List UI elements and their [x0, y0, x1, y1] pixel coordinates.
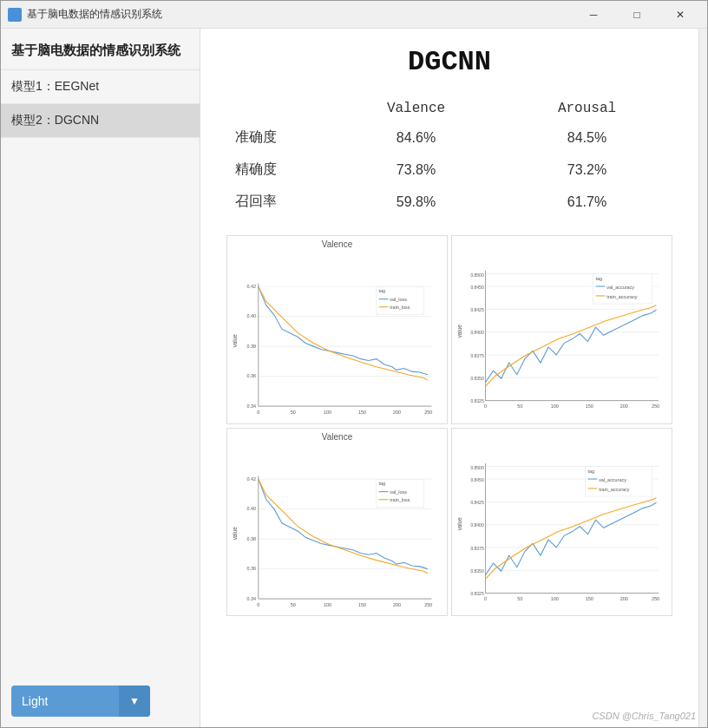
svg-text:val_accuracy: val_accuracy	[606, 285, 634, 290]
svg-text:200: 200	[620, 595, 628, 600]
maximize-button[interactable]: □	[617, 3, 657, 27]
minimize-button[interactable]: ─	[574, 3, 613, 27]
svg-text:250: 250	[424, 602, 432, 607]
svg-text:val_loss: val_loss	[390, 297, 407, 302]
svg-text:0.42: 0.42	[246, 476, 256, 482]
svg-text:0.8450: 0.8450	[470, 285, 483, 290]
svg-text:0: 0	[257, 602, 259, 607]
svg-text:train_accuracy: train_accuracy	[606, 294, 638, 299]
svg-text:value: value	[232, 526, 238, 540]
svg-text:0.8500: 0.8500	[470, 272, 483, 278]
svg-text:value: value	[456, 325, 462, 338]
svg-text:tag: tag	[587, 468, 594, 473]
close-button[interactable]: ✕	[660, 3, 700, 27]
svg-text:val_accuracy: val_accuracy	[599, 476, 626, 482]
svg-text:0.38: 0.38	[246, 344, 256, 349]
theme-dropdown[interactable]: Light ▼	[11, 685, 150, 717]
svg-text:0.8425: 0.8425	[470, 307, 483, 312]
svg-text:0.8500: 0.8500	[470, 465, 483, 470]
svg-text:0.8350: 0.8350	[470, 568, 483, 574]
svg-text:0.8375: 0.8375	[470, 545, 483, 550]
chart3-title: Valence	[231, 432, 443, 442]
svg-text:200: 200	[393, 410, 401, 415]
svg-text:tag: tag	[379, 481, 386, 486]
svg-text:0: 0	[484, 403, 487, 409]
svg-text:tag: tag	[379, 288, 386, 293]
chart-valence-loss2: Valence value 0.34 0.36 0.38 0.40 0.42	[226, 428, 448, 617]
svg-text:0.38: 0.38	[246, 535, 256, 541]
theme-arrow-icon: ▼	[119, 685, 150, 717]
content-area: 基于脑电数据的情感识别系统 模型1：EEGNet 模型2：DGCNN Light…	[1, 29, 707, 727]
sidebar-item-eegnet[interactable]: 模型1：EEGNet	[1, 70, 200, 104]
col-valence: Valence	[331, 95, 502, 121]
sidebar-title: 基于脑电数据的情感识别系统	[1, 29, 200, 70]
chart3-svg: value 0.34 0.36 0.38 0.40 0.42 0	[231, 443, 443, 624]
svg-text:150: 150	[586, 403, 593, 409]
svg-text:100: 100	[551, 595, 559, 600]
chart-accuracy2: value 0.8325 0.8350 0.8375 0.8400 0.8425…	[451, 428, 672, 617]
svg-text:train_accuracy: train_accuracy	[599, 486, 630, 491]
svg-text:250: 250	[652, 595, 659, 600]
watermark: CSDN @Chris_Tang021	[592, 711, 696, 721]
window-title: 基于脑电数据的情感识别系统	[27, 7, 574, 22]
svg-text:200: 200	[393, 602, 401, 607]
svg-text:value: value	[232, 334, 238, 348]
svg-text:0: 0	[484, 595, 487, 600]
col-arousal: Arousal	[502, 95, 672, 121]
sidebar: 基于脑电数据的情感识别系统 模型1：EEGNet 模型2：DGCNN Light…	[1, 29, 200, 727]
metrics-table: Valence Arousal 准确度 84.6% 84.5% 精确度 73.8…	[226, 95, 672, 218]
svg-text:0.36: 0.36	[246, 566, 256, 571]
svg-text:150: 150	[586, 595, 593, 600]
metric-row-recall: 召回率 59.8% 61.7%	[226, 186, 672, 218]
main-panel: DGCNN Valence Arousal 准确度 84.6% 84.5%	[200, 29, 698, 727]
svg-text:200: 200	[620, 403, 628, 409]
svg-text:0.42: 0.42	[246, 284, 256, 289]
svg-text:50: 50	[517, 403, 522, 409]
svg-text:0.8425: 0.8425	[470, 500, 483, 505]
svg-text:0.8400: 0.8400	[470, 522, 483, 528]
svg-text:50: 50	[291, 410, 296, 415]
svg-text:0.8325: 0.8325	[470, 398, 483, 403]
chart-accuracy: value 0.8325 0.8350 0.8375 0.8400 0.8425…	[451, 235, 672, 424]
svg-text:250: 250	[652, 403, 659, 409]
svg-text:0.8375: 0.8375	[470, 353, 483, 358]
chart4-svg: value 0.8325 0.8350 0.8375 0.8400 0.8425…	[456, 434, 668, 614]
svg-text:150: 150	[358, 602, 366, 607]
svg-text:50: 50	[517, 595, 522, 600]
svg-text:0.8450: 0.8450	[470, 476, 483, 482]
svg-text:150: 150	[358, 410, 366, 415]
app-icon	[8, 8, 22, 22]
svg-text:100: 100	[551, 403, 559, 409]
charts-grid: Valence value 0.34 0.36 0.38 0.40 0.42	[226, 235, 672, 616]
metric-row-accuracy: 准确度 84.6% 84.5%	[226, 121, 672, 154]
chart1-title: Valence	[231, 239, 443, 249]
svg-text:tag: tag	[596, 276, 603, 281]
titlebar: 基于脑电数据的情感识别系统 ─ □ ✕	[1, 1, 707, 29]
svg-text:0.8325: 0.8325	[470, 591, 483, 596]
model-title: DGCNN	[226, 46, 672, 78]
right-sidebar	[698, 29, 707, 727]
sidebar-footer: Light ▼	[1, 675, 200, 727]
svg-text:0.34: 0.34	[246, 403, 256, 409]
svg-text:0.36: 0.36	[246, 373, 256, 378]
svg-text:0.40: 0.40	[246, 506, 256, 511]
svg-text:100: 100	[324, 410, 331, 415]
chart1-svg: value 0.34 0.36 0.38 0.40 0.42	[231, 251, 443, 431]
svg-text:train_loss: train_loss	[390, 305, 410, 310]
svg-text:val_loss: val_loss	[390, 489, 407, 495]
svg-text:0: 0	[257, 410, 259, 415]
window-controls: ─ □ ✕	[574, 3, 700, 27]
metric-row-precision: 精确度 73.8% 73.2%	[226, 154, 672, 186]
sidebar-item-dgcnn[interactable]: 模型2：DGCNN	[1, 104, 200, 138]
svg-text:0.34: 0.34	[246, 595, 256, 600]
svg-text:0.40: 0.40	[246, 313, 256, 318]
svg-text:100: 100	[324, 602, 331, 607]
svg-text:250: 250	[424, 410, 432, 415]
svg-text:50: 50	[291, 602, 296, 607]
chart2-svg: value 0.8325 0.8350 0.8375 0.8400 0.8425…	[456, 241, 668, 422]
svg-text:0.8400: 0.8400	[470, 330, 483, 335]
main-window: 基于脑电数据的情感识别系统 ─ □ ✕ 基于脑电数据的情感识别系统 模型1：EE…	[0, 0, 708, 728]
svg-text:0.8350: 0.8350	[470, 376, 483, 381]
theme-label: Light	[11, 694, 119, 708]
chart-valence-loss: Valence value 0.34 0.36 0.38 0.40 0.42	[226, 235, 448, 424]
